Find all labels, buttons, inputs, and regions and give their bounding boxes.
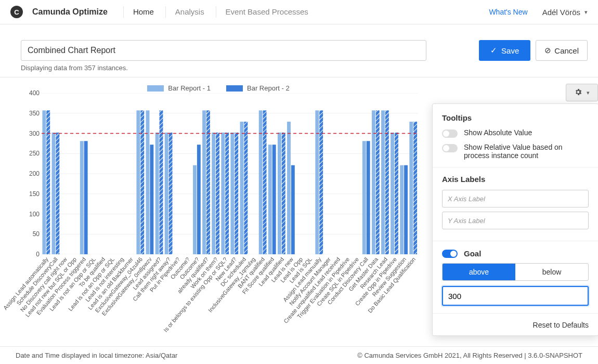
- toggle-absolute-value[interactable]: [442, 129, 458, 138]
- x-axis-label-input[interactable]: [442, 190, 589, 207]
- y-tick: 50: [33, 230, 40, 238]
- chart-legend: Bar Report - 1 Bar Report - 2: [10, 83, 426, 93]
- svg-rect-54: [395, 133, 398, 254]
- y-tick: 300: [29, 130, 40, 137]
- svg-rect-34: [235, 133, 238, 254]
- svg-rect-21: [155, 133, 159, 254]
- seg-above[interactable]: above: [443, 264, 515, 280]
- user-menu[interactable]: Adél Vörös ▾: [542, 8, 588, 17]
- whats-new-link[interactable]: What's New: [489, 8, 527, 16]
- svg-rect-57: [409, 122, 413, 254]
- svg-rect-23: [165, 133, 168, 254]
- chart-svg: [42, 93, 418, 254]
- svg-rect-17: [136, 110, 140, 254]
- svg-rect-28: [206, 110, 210, 254]
- svg-rect-12: [46, 110, 50, 254]
- brand-logo: C: [10, 6, 23, 18]
- svg-rect-13: [52, 133, 56, 254]
- report-subhead: Displaying data from 357 instances.: [0, 63, 598, 77]
- chart-area: Bar Report - 1 Bar Report - 2 0501001502…: [0, 77, 426, 351]
- nav-event-based-processes[interactable]: Event Based Processes: [216, 6, 318, 18]
- cancel-label: Cancel: [554, 46, 579, 55]
- y-tick: 250: [29, 150, 40, 157]
- nav-analysis[interactable]: Analysis: [165, 6, 214, 18]
- report-header: ✓ Save ⊘ Cancel: [0, 24, 598, 63]
- save-button[interactable]: ✓ Save: [479, 40, 530, 61]
- legend-swatch-2: [226, 85, 243, 92]
- footer-left: Date and Time displayed in local timezon…: [16, 352, 177, 359]
- y-tick: 100: [29, 211, 40, 218]
- report-title-input[interactable]: [21, 40, 426, 61]
- svg-rect-45: [315, 110, 319, 254]
- svg-rect-58: [413, 122, 417, 254]
- svg-rect-46: [319, 110, 323, 254]
- svg-rect-24: [169, 133, 173, 254]
- x-axis-labels: Assign Lead automaticallySchedule Discov…: [42, 254, 418, 348]
- svg-rect-42: [282, 133, 285, 254]
- svg-rect-55: [400, 165, 404, 254]
- svg-rect-51: [381, 110, 385, 254]
- brand-name: Camunda Optimize: [32, 7, 108, 17]
- toggle-relative-label: Show Relative Value based on process ins…: [464, 143, 589, 160]
- toggle-goal[interactable]: [442, 250, 458, 258]
- svg-rect-19: [146, 110, 150, 254]
- y-tick: 350: [29, 110, 40, 117]
- svg-rect-53: [391, 133, 394, 254]
- top-bar: C Camunda Optimize Home Analysis Event B…: [0, 0, 598, 24]
- user-name: Adél Vörös: [542, 8, 580, 17]
- chart-settings-panel: Tooltips Show Absolute Value Show Relati…: [432, 103, 598, 336]
- nav-home[interactable]: Home: [123, 6, 163, 18]
- svg-rect-50: [376, 110, 380, 254]
- toggle-absolute-label: Show Absolute Value: [464, 128, 532, 137]
- legend-label-1: Bar Report - 1: [168, 84, 211, 92]
- y-axis-label-input[interactable]: [442, 212, 589, 229]
- svg-rect-27: [202, 110, 206, 254]
- svg-rect-47: [362, 141, 366, 254]
- svg-rect-37: [259, 110, 263, 254]
- svg-rect-39: [268, 145, 272, 254]
- cancel-button[interactable]: ⊘ Cancel: [536, 40, 588, 61]
- svg-rect-35: [240, 122, 244, 254]
- svg-rect-32: [225, 133, 229, 254]
- y-axis: 050100150200250300350400: [21, 93, 42, 254]
- cancel-icon: ⊘: [544, 46, 551, 55]
- goal-value-input[interactable]: [442, 286, 589, 306]
- seg-below[interactable]: below: [515, 264, 588, 280]
- chevron-down-icon: ▾: [587, 89, 590, 96]
- svg-rect-56: [404, 165, 408, 254]
- svg-rect-43: [287, 122, 291, 254]
- main-nav: Home Analysis Event Based Processes: [123, 6, 318, 18]
- svg-rect-15: [80, 141, 84, 254]
- svg-rect-26: [197, 145, 201, 254]
- svg-rect-48: [367, 141, 370, 254]
- svg-rect-44: [291, 165, 295, 254]
- y-tick: 0: [36, 251, 40, 258]
- svg-rect-40: [272, 145, 276, 254]
- svg-rect-33: [230, 133, 234, 254]
- svg-rect-49: [372, 110, 375, 254]
- footer: Date and Time displayed in local timezon…: [0, 346, 598, 364]
- axis-labels-heading: Axis Labels: [442, 175, 589, 184]
- svg-rect-20: [150, 145, 153, 254]
- goal-direction-segment[interactable]: above below: [442, 263, 589, 281]
- chevron-down-icon: ▾: [584, 9, 588, 16]
- legend-swatch-1: [147, 85, 164, 92]
- svg-rect-41: [278, 133, 281, 254]
- toggle-relative-value[interactable]: [442, 144, 458, 152]
- save-label: Save: [501, 46, 519, 55]
- svg-rect-36: [244, 122, 248, 254]
- goal-heading: Goal: [464, 249, 481, 258]
- svg-rect-18: [140, 110, 144, 254]
- legend-label-2: Bar Report - 2: [247, 84, 290, 92]
- svg-rect-11: [42, 110, 46, 254]
- svg-rect-29: [212, 133, 215, 254]
- reset-to-defaults[interactable]: Reset to Defaults: [442, 321, 589, 329]
- svg-rect-16: [84, 141, 88, 254]
- chart-settings-button[interactable]: ▾: [566, 84, 598, 101]
- y-tick: 150: [29, 190, 40, 198]
- svg-rect-52: [385, 110, 389, 254]
- y-tick: 400: [29, 89, 40, 97]
- footer-right: © Camunda Services GmbH 2021, All Rights…: [357, 352, 582, 359]
- svg-rect-14: [56, 133, 59, 254]
- svg-rect-25: [193, 165, 197, 254]
